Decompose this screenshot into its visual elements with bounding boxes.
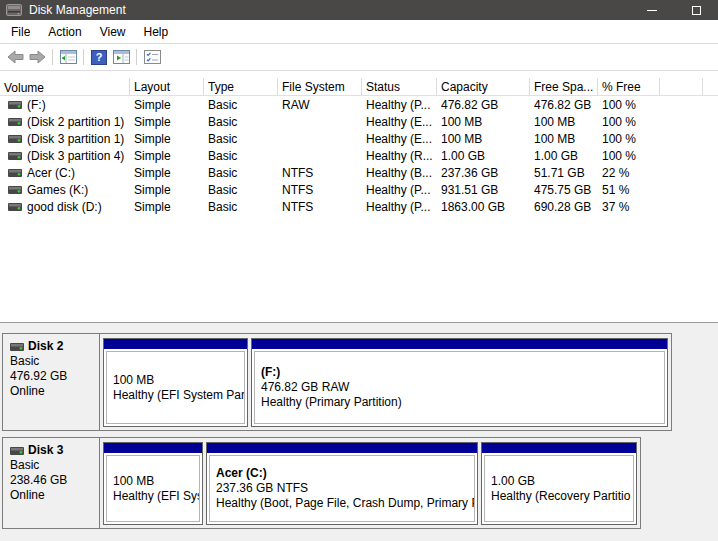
cell-capacity: 1.00 GB xyxy=(437,149,530,163)
menu-view[interactable]: View xyxy=(91,20,135,43)
cell-file-system: NTFS xyxy=(278,166,362,180)
volume-row-games-k[interactable]: Games (K:) Simple Basic NTFS Healthy (P.… xyxy=(0,181,718,198)
column-header-file-system[interactable]: File System xyxy=(278,78,362,95)
cell-status: Healthy (B... xyxy=(362,166,437,180)
cell-free-space: 475.75 GB xyxy=(530,183,598,197)
volume-name: Acer (C:) xyxy=(27,166,75,180)
back-arrow-icon xyxy=(7,50,24,64)
cell-percent-free: 100 % xyxy=(598,132,660,146)
cell-status: Healthy (E... xyxy=(362,132,437,146)
cell-free-space: 1.00 GB xyxy=(530,149,598,163)
disk-3-panel: Disk 3 Basic 238.46 GB Online 100 MB Hea… xyxy=(2,437,641,529)
volume-row-disk3-part4[interactable]: (Disk 3 partition 4) Simple Basic Health… xyxy=(0,147,718,164)
column-header-layout[interactable]: Layout xyxy=(130,78,204,95)
column-header-capacity[interactable]: Capacity xyxy=(437,78,530,95)
partition-color-bar xyxy=(104,339,247,349)
drive-icon xyxy=(8,118,22,126)
cell-file-system: NTFS xyxy=(278,183,362,197)
partition-color-bar xyxy=(252,339,667,349)
cell-volume: (Disk 2 partition 1) xyxy=(0,115,130,129)
cell-status: Healthy (E... xyxy=(362,115,437,129)
volume-name: (Disk 3 partition 1) xyxy=(27,132,124,146)
partition-disk3-efi[interactable]: 100 MB Healthy (EFI Syst xyxy=(103,442,203,525)
forward-button[interactable] xyxy=(26,46,48,68)
volume-row-f[interactable]: (F:) Simple Basic RAW Healthy (P... 476.… xyxy=(0,96,718,113)
cell-status: Healthy (R... xyxy=(362,149,437,163)
disk-2-label[interactable]: Disk 2 Basic 476.92 GB Online xyxy=(3,334,100,430)
cell-status: Healthy (P... xyxy=(362,183,437,197)
menu-action[interactable]: Action xyxy=(39,20,90,43)
cell-volume: Games (K:) xyxy=(0,183,130,197)
help-icon: ? xyxy=(91,50,107,65)
column-header-volume[interactable]: Volume xyxy=(0,78,130,95)
back-button[interactable] xyxy=(4,46,26,68)
partition-disk3-recovery[interactable]: 1.00 GB Healthy (Recovery Partitio xyxy=(481,442,637,525)
disk-3-partitions: 100 MB Healthy (EFI Syst Acer (C:) 237.3… xyxy=(100,438,640,528)
volume-row-disk3-part1[interactable]: (Disk 3 partition 1) Simple Basic Health… xyxy=(0,130,718,147)
cell-volume: (F:) xyxy=(0,98,130,112)
column-header-status[interactable]: Status xyxy=(362,78,437,95)
disk-2-panel: Disk 2 Basic 476.92 GB Online 100 MB Hea… xyxy=(2,333,672,431)
minimize-button[interactable] xyxy=(630,0,674,20)
partition-size: 476.82 GB RAW xyxy=(261,380,658,395)
drive-icon xyxy=(8,135,22,143)
column-header-percent-free[interactable]: % Free xyxy=(598,78,660,95)
console-tree-icon xyxy=(60,50,77,64)
volume-name: (F:) xyxy=(27,98,46,112)
volume-list: Volume Layout Type File System Status Ca… xyxy=(0,71,718,322)
show-action-pane-button[interactable] xyxy=(110,46,132,68)
cell-capacity: 100 MB xyxy=(437,132,530,146)
drive-icon xyxy=(8,169,22,177)
cell-type: Basic xyxy=(204,200,278,214)
partition-disk3-acer-c[interactable]: Acer (C:) 237.36 GB NTFS Healthy (Boot, … xyxy=(206,442,478,525)
partition-disk2-efi[interactable]: 100 MB Healthy (EFI System Parti xyxy=(103,338,248,427)
toolbar-separator xyxy=(52,49,53,65)
volume-row-acer-c[interactable]: Acer (C:) Simple Basic NTFS Healthy (B..… xyxy=(0,164,718,181)
volume-row-good-disk-d[interactable]: good disk (D:) Simple Basic NTFS Healthy… xyxy=(0,198,718,215)
cell-free-space: 51.71 GB xyxy=(530,166,598,180)
disk-icon xyxy=(10,343,24,351)
disk-size: 238.46 GB xyxy=(10,473,95,488)
partition-name: Acer (C:) xyxy=(216,466,468,481)
disk-status: Online xyxy=(10,488,95,503)
cell-layout: Simple xyxy=(130,166,204,180)
cell-capacity: 100 MB xyxy=(437,115,530,129)
cell-volume: good disk (D:) xyxy=(0,200,130,214)
checklist-button[interactable] xyxy=(141,46,163,68)
maximize-icon xyxy=(692,6,701,15)
cell-layout: Simple xyxy=(130,183,204,197)
cell-percent-free: 100 % xyxy=(598,115,660,129)
partition-size: 100 MB xyxy=(113,474,193,489)
drive-icon xyxy=(8,186,22,194)
cell-type: Basic xyxy=(204,132,278,146)
cell-layout: Simple xyxy=(130,200,204,214)
cell-free-space: 100 MB xyxy=(530,115,598,129)
cell-type: Basic xyxy=(204,115,278,129)
show-console-tree-button[interactable] xyxy=(57,46,79,68)
maximize-button[interactable] xyxy=(674,0,718,20)
help-button[interactable]: ? xyxy=(88,46,110,68)
menu-file[interactable]: File xyxy=(2,20,39,43)
graphical-view: Disk 2 Basic 476.92 GB Online 100 MB Hea… xyxy=(0,325,718,541)
partition-color-bar xyxy=(207,443,477,453)
partition-disk2-f[interactable]: (F:) 476.82 GB RAW Healthy (Primary Part… xyxy=(251,338,668,427)
disk-3-label[interactable]: Disk 3 Basic 238.46 GB Online xyxy=(3,438,100,528)
partition-color-bar xyxy=(104,443,202,453)
volume-row-disk2-part1[interactable]: (Disk 2 partition 1) Simple Basic Health… xyxy=(0,113,718,130)
cell-percent-free: 100 % xyxy=(598,149,660,163)
drive-icon xyxy=(8,101,22,109)
cell-type: Basic xyxy=(204,149,278,163)
menu-help[interactable]: Help xyxy=(135,20,178,43)
volume-list-header: Volume Layout Type File System Status Ca… xyxy=(0,78,718,96)
partition-status: Healthy (Boot, Page File, Crash Dump, Pr… xyxy=(216,496,468,511)
cell-percent-free: 37 % xyxy=(598,200,660,214)
header-filler xyxy=(703,78,718,95)
disk-size: 476.92 GB xyxy=(10,369,95,384)
column-header-blank[interactable] xyxy=(660,78,703,95)
cell-volume: Acer (C:) xyxy=(0,166,130,180)
column-header-type[interactable]: Type xyxy=(204,78,278,95)
volume-name: good disk (D:) xyxy=(27,200,102,214)
partition-size: 100 MB xyxy=(113,373,238,388)
action-pane-icon xyxy=(113,50,130,64)
column-header-free-space[interactable]: Free Spa... xyxy=(530,78,598,95)
